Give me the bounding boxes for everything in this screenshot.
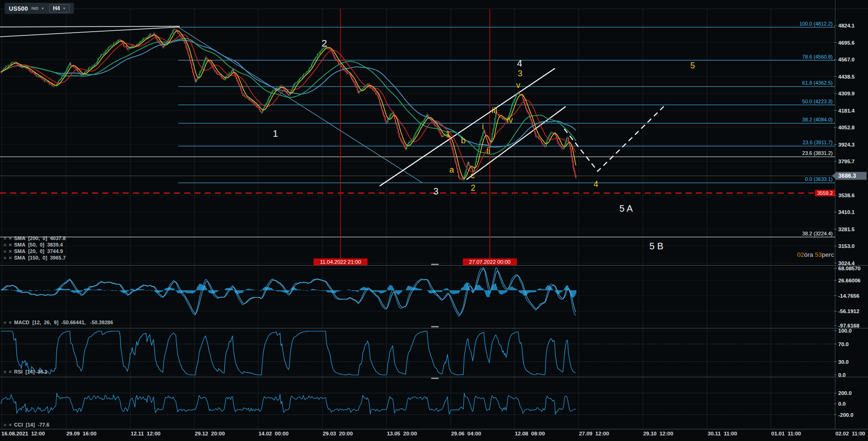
- pane-resize-handle[interactable]: [431, 326, 439, 327]
- indicator-settings-icon[interactable]: ≡: [4, 236, 7, 241]
- sma-overlay-label-1: ≡×SMA [50, 0] 3839.4: [4, 242, 63, 247]
- wave-label-i[interactable]: i: [482, 122, 484, 131]
- wave-label-iv[interactable]: iv: [507, 115, 513, 125]
- time-axis-label: 29.03 20:00: [323, 431, 353, 436]
- wave-label-5A[interactable]: 5 A: [620, 203, 634, 214]
- time-axis-label: 01.01 11:00: [771, 431, 801, 436]
- sma-overlay-label-2: ≡×SMA [20, 0] 3744.9: [4, 248, 63, 254]
- time-axis-label: 30.11 11:00: [708, 431, 737, 436]
- indicator-remove-icon[interactable]: ×: [9, 422, 12, 428]
- pane-resize-handle[interactable]: [431, 264, 439, 265]
- wave-label-4[interactable]: 4: [517, 58, 522, 68]
- price-tick-label: 4438.5: [838, 74, 855, 80]
- event-line-label: 11.04.2022 21:00: [320, 259, 361, 265]
- market-type-label: IND: [31, 6, 39, 11]
- time-axis-label: 13.05 20:00: [387, 431, 417, 436]
- fib-level-label: 23.6 (3911.7): [802, 140, 833, 145]
- indicator-remove-icon[interactable]: ×: [9, 369, 12, 374]
- cci-pane-label: ≡×CCI [14] -77.6: [4, 422, 49, 428]
- indicator-settings-icon[interactable]: ≡: [4, 320, 7, 325]
- symbol-selector[interactable]: US500 IND ▼: [9, 5, 45, 12]
- price-tick-label: 70.0: [838, 341, 848, 347]
- price-tick-label: -56.1912: [838, 308, 859, 314]
- price-tick-label: 0.0: [838, 401, 846, 407]
- time-axis-label: 29.12 20:00: [195, 431, 225, 436]
- wave-label-iii[interactable]: iii: [492, 106, 497, 115]
- wave-label-2[interactable]: 2: [471, 183, 475, 193]
- symbol-toolbar: US500 IND ▼ H4 ▼: [5, 3, 74, 14]
- time-axis-label: 02.02 11:00: [835, 431, 865, 436]
- price-tick-label: 68.08570: [838, 266, 861, 271]
- indicator-settings-icon[interactable]: ≡: [4, 422, 7, 428]
- wave-label-1[interactable]: 1: [273, 128, 278, 139]
- indicator-remove-icon[interactable]: ×: [9, 320, 12, 325]
- fib-level-label: 50.0 (4223.3): [802, 99, 833, 104]
- time-axis-label: 29.06 04:00: [451, 431, 481, 436]
- wave-label-4[interactable]: 4: [594, 180, 598, 189]
- wave-label-1[interactable]: 1: [446, 130, 450, 139]
- price-tick-label: 4567.0: [838, 57, 855, 62]
- pane-resize-handle[interactable]: [431, 378, 439, 379]
- price-tick-label: 26.66006: [838, 278, 861, 283]
- wave-label-ii[interactable]: ii: [487, 146, 490, 155]
- current-price-value: 3686.3: [838, 173, 856, 179]
- time-axis-label: 29.10 12:00: [643, 431, 674, 436]
- time-axis-label: 16.08.2021 12:00: [1, 431, 45, 436]
- wave-label-2[interactable]: 2: [321, 38, 327, 48]
- indicator-label-text: SMA [200, 0] 4037.8: [14, 235, 66, 241]
- macd-pane-label: ≡×MACD [12, 26, 9] -50.66441, -50.39286: [4, 320, 113, 325]
- indicator-label-text: SMA [150, 0] 3965.7: [14, 255, 66, 261]
- time-axis-label: 27.09 12:00: [579, 431, 609, 436]
- fib-level-label: 61.8 (4362.5): [802, 80, 833, 86]
- indicator-remove-icon[interactable]: ×: [9, 235, 12, 241]
- wave-label-5B[interactable]: 5 B: [649, 241, 663, 251]
- indicator-remove-icon[interactable]: ×: [9, 248, 12, 254]
- wave-label-a[interactable]: a: [449, 165, 454, 174]
- wave-label-v[interactable]: v: [516, 80, 521, 90]
- chart-canvas: 100.0 (4812.2)78.6 (4560.8)61.8 (4362.5)…: [0, 0, 868, 441]
- price-tick-label: 3795.7: [838, 159, 855, 164]
- wave-label-c[interactable]: c: [471, 171, 475, 180]
- indicator-settings-icon[interactable]: ≡: [4, 242, 7, 247]
- price-tick-label: -97.6168: [838, 323, 860, 328]
- sma-overlay-label-0: ≡×SMA [200, 0] 4037.8: [4, 235, 66, 241]
- price-tick-label: 3538.6: [838, 193, 855, 198]
- wave-label-5[interactable]: 5: [690, 61, 695, 70]
- price-tick-label: 4695.6: [838, 40, 855, 46]
- indicator-remove-icon[interactable]: ×: [9, 255, 12, 261]
- time-axis-label: 12.08 08:00: [515, 431, 545, 436]
- candle-countdown-timer: 02óra 53perc: [797, 251, 834, 258]
- price-tick-label: 3024.4: [838, 261, 855, 266]
- fib-level-label: 23.6 (3831.2): [802, 150, 833, 156]
- price-tick-label: 100.0: [838, 328, 852, 334]
- indicator-settings-icon[interactable]: ≡: [4, 255, 7, 261]
- indicator-label-text: SMA [20, 0] 3744.9: [14, 248, 63, 254]
- fib-level-label: 0.0 (3633.1): [805, 176, 833, 182]
- indicator-label-text: RSI [14] 36.1: [14, 369, 47, 374]
- trading-platform-window: 100.0 (4812.2)78.6 (4560.8)61.8 (4362.5)…: [0, 0, 868, 441]
- price-tick-label: 4309.9: [838, 91, 855, 96]
- indicator-label-text: CCI [14] -77.6: [14, 422, 49, 428]
- chevron-down-icon: ▼: [62, 7, 66, 11]
- wave-label-b[interactable]: b: [461, 136, 466, 145]
- price-tick-label: 3924.3: [838, 142, 855, 147]
- alert-price-value: 3559.2: [817, 190, 833, 196]
- chevron-down-icon: ▼: [41, 7, 45, 11]
- indicator-label-text: MACD [12, 26, 9] -50.66441, -50.39286: [14, 320, 113, 325]
- indicator-remove-icon[interactable]: ×: [9, 242, 12, 247]
- price-tick-label: -14.7656: [838, 293, 859, 299]
- timeframe-label: H4: [53, 5, 60, 12]
- price-tick-label: 3281.5: [838, 227, 855, 232]
- time-axis-background[interactable]: [0, 429, 868, 441]
- indicator-label-text: SMA [50, 0] 3839.4: [14, 242, 63, 247]
- timeframe-selector[interactable]: H4 ▼: [49, 4, 70, 13]
- wave-label-3[interactable]: 3: [433, 186, 438, 196]
- time-axis-label: 12.11 12:00: [131, 431, 160, 436]
- price-tick-label: 30.0: [838, 359, 848, 365]
- price-tick-label: 4052.8: [838, 125, 855, 130]
- indicator-settings-icon[interactable]: ≡: [4, 249, 7, 254]
- indicator-settings-icon[interactable]: ≡: [4, 369, 7, 374]
- price-tick-label: -200.0: [838, 412, 854, 418]
- wave-label-3[interactable]: 3: [518, 69, 522, 78]
- price-tick-label: 0.0: [838, 372, 846, 378]
